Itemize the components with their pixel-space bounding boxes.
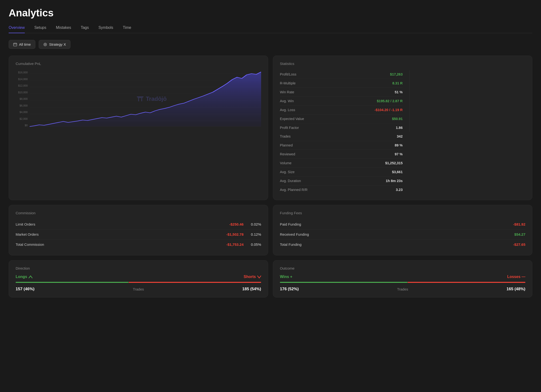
stats-left-col: Profit/Loss $17,263 R-Multiple 8.31 R Wi… <box>280 70 403 132</box>
losses-progress <box>408 282 525 283</box>
arrow-down-icon <box>257 275 261 278</box>
page-title: Analytics <box>9 7 532 19</box>
outcome-title: Outcome <box>280 266 525 270</box>
tab-overview[interactable]: Overview <box>9 25 25 33</box>
svg-rect-0 <box>13 43 17 46</box>
stat-avg-planned-rr: Avg. Planned R/R 3.23 <box>280 185 403 194</box>
stat-profit-factor: Profit Factor 1.86 <box>280 123 403 132</box>
wins-label: Wins + <box>280 275 292 279</box>
tab-time[interactable]: Time <box>123 25 131 33</box>
stat-r-multiple: R-Multiple 8.31 R <box>280 79 403 88</box>
calendar-icon <box>13 43 17 46</box>
stats-divider <box>409 70 410 132</box>
strategy-filter-button[interactable]: Strategy X <box>39 40 70 49</box>
funding-title: Funding Fees <box>280 211 525 215</box>
pnl-svg <box>30 70 261 128</box>
pnl-chart: $16,000 $14,000 $12,000 $10,000 $8,000 $… <box>16 70 261 128</box>
longs-progress <box>16 282 129 283</box>
direction-card: Direction Longs Shorts 157 (46%) Trades … <box>9 260 268 297</box>
losses-label: Losses — <box>507 275 525 279</box>
funding-fees-card: Funding Fees Paid Funding -$81.92 Receiv… <box>273 205 532 255</box>
direction-stats: 157 (46%) Trades 185 (54%) <box>16 287 261 291</box>
tab-bar: Overview Setups Mistakes Tags Symbols Ti… <box>9 25 532 33</box>
funding-total-row: Total Funding -$27.65 <box>280 240 525 249</box>
bottom-row: Direction Longs Shorts 157 (46%) Trades … <box>9 260 532 297</box>
funding-paid-row: Paid Funding -$81.92 <box>280 219 525 229</box>
shorts-label: Shorts <box>244 275 261 279</box>
outcome-trades-label: Trades <box>397 287 408 291</box>
stat-avg-duration: Avg. Duration 1h 8m 23s <box>280 177 403 185</box>
svg-point-5 <box>45 44 46 45</box>
commission-title: Commission <box>16 211 261 215</box>
stats-right-col: Trades 342 Planned 89 % Reviewed 97 % Vo… <box>280 132 403 194</box>
stat-avg-size: Avg. Size $3,661 <box>280 168 403 177</box>
outcome-stats: 176 (52%) Trades 165 (48%) <box>280 287 525 291</box>
wins-value: 176 (52%) <box>280 287 299 291</box>
top-row: Cumulative PnL $16,000 $14,000 $12,000 $… <box>9 56 532 200</box>
commission-limit-row: Limit Orders -$250.46 0.02% <box>16 219 261 229</box>
outcome-header: Wins + Losses — <box>280 275 525 279</box>
stat-avg-win: Avg. Win $195.82 / 2.87 R <box>280 97 403 106</box>
direction-title: Direction <box>16 266 261 270</box>
middle-row: Commission Limit Orders -$250.46 0.02% M… <box>9 205 532 255</box>
stat-win-rate: Win Rate 51 % <box>280 88 403 97</box>
chart-svg-area: Tradōjō <box>30 70 261 128</box>
commission-market-row: Market Orders -$1,502.78 0.12% <box>16 229 261 240</box>
y-axis: $16,000 $14,000 $12,000 $10,000 $8,000 $… <box>16 70 30 128</box>
direction-header: Longs Shorts <box>16 275 261 279</box>
funding-received-row: Received Funding $54.27 <box>280 229 525 240</box>
stat-planned: Planned 89 % <box>280 141 403 150</box>
longs-label: Longs <box>16 275 32 279</box>
stat-reviewed: Reviewed 97 % <box>280 150 403 159</box>
arrow-up-icon <box>29 275 32 278</box>
outcome-progress-bar <box>280 282 525 283</box>
tab-mistakes[interactable]: Mistakes <box>56 25 71 33</box>
stats-grid: Profit/Loss $17,263 R-Multiple 8.31 R Wi… <box>280 70 525 194</box>
shorts-progress <box>129 282 261 283</box>
direction-progress-bar <box>16 282 261 283</box>
svg-point-4 <box>44 43 47 46</box>
statistics-card: Statistics Profit/Loss $17,263 R-Multipl… <box>273 56 532 200</box>
longs-value: 157 (46%) <box>16 287 34 291</box>
stat-trades: Trades 342 <box>280 132 403 141</box>
stat-volume: Volume $1,252,315 <box>280 159 403 168</box>
cumulative-pnl-card: Cumulative PnL $16,000 $14,000 $12,000 $… <box>9 56 268 200</box>
filter-bar: All time Strategy X <box>9 40 532 49</box>
strategy-icon <box>43 43 47 46</box>
commission-card: Commission Limit Orders -$250.46 0.02% M… <box>9 205 268 255</box>
losses-value: 165 (48%) <box>507 287 525 291</box>
commission-total-row: Total Commission -$1,753.24 0.05% <box>16 240 261 249</box>
stat-profit-loss: Profit/Loss $17,263 <box>280 70 403 79</box>
pnl-card-title: Cumulative PnL <box>16 62 261 66</box>
tab-symbols[interactable]: Symbols <box>98 25 113 33</box>
tab-tags[interactable]: Tags <box>81 25 89 33</box>
time-filter-button[interactable]: All time <box>9 40 35 49</box>
strategy-filter-label: Strategy X <box>49 42 66 46</box>
outcome-card: Outcome Wins + Losses — 176 (52%) Trades… <box>273 260 532 297</box>
wins-progress <box>280 282 408 283</box>
tab-setups[interactable]: Setups <box>34 25 46 33</box>
stat-expected-value: Expected Value $50.91 <box>280 114 403 123</box>
time-filter-label: All time <box>19 42 31 46</box>
direction-trades-label: Trades <box>133 287 144 291</box>
shorts-value: 185 (54%) <box>242 287 261 291</box>
stat-avg-loss: Avg. Loss -$104.20 / -1.19 R <box>280 106 403 114</box>
stats-card-title: Statistics <box>280 62 525 66</box>
